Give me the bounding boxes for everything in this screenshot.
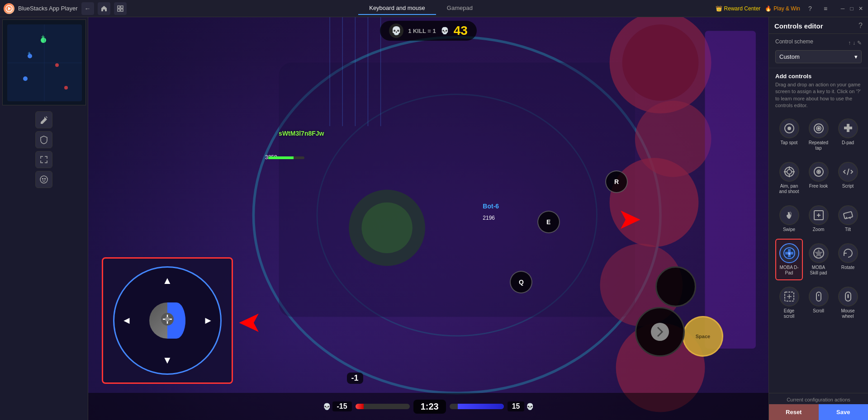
moba-dpad-overlay[interactable]: ▲ ▼ ◄ ► <box>102 257 233 384</box>
game-area[interactable]: 💀 1 KILL = 1 💀 43 sWtM3l7n8FJw 3250 Bot-… <box>88 17 768 420</box>
key-e-button[interactable]: E <box>537 211 560 233</box>
negative-score: -1 <box>347 373 363 384</box>
chevron-down-icon: ▾ <box>854 53 858 60</box>
kill-text: 1 KILL = 1 <box>408 28 436 34</box>
swipe-icon <box>779 205 799 225</box>
dpad-right-arrow[interactable]: ► <box>203 315 213 326</box>
tab-gamepad[interactable]: Gamepad <box>436 2 484 15</box>
dpad-circle[interactable]: ▲ ▼ ◄ ► <box>113 266 222 375</box>
shield-icon-button[interactable] <box>35 131 52 148</box>
large-btn-1[interactable] <box>635 307 685 357</box>
editor-title: Controls editor <box>774 22 823 30</box>
control-moba-skill-pad[interactable]: MOBA Skill pad <box>805 239 832 280</box>
control-moba-dpad[interactable]: 5 MOBA D-Pad <box>775 239 803 280</box>
aim-pan-shoot-icon <box>779 162 799 182</box>
control-scheme-dropdown[interactable]: Custom ▾ <box>775 50 862 63</box>
repeated-tap-icon <box>809 118 829 138</box>
sword-icon-button[interactable] <box>35 111 52 128</box>
control-swipe[interactable]: Swipe <box>775 201 803 237</box>
skull-icon: 💀 <box>389 24 403 38</box>
download-icon[interactable]: ↓ <box>853 40 855 46</box>
game-timer: 1:23 <box>413 400 446 414</box>
moba-dpad-icon: 5 <box>779 243 799 263</box>
player-health-container: 3250 <box>265 154 277 161</box>
edit-icon[interactable]: ✎ <box>857 40 862 46</box>
swipe-label: Swipe <box>783 227 795 232</box>
control-script[interactable]: Script <box>834 157 862 199</box>
svg-point-18 <box>43 179 43 179</box>
svg-rect-2 <box>118 6 120 8</box>
red-arrow-left: ➤ <box>237 305 262 339</box>
home-button[interactable] <box>98 2 110 15</box>
title-bar: BlueStacks App Player ← Keyboard and mou… <box>0 0 868 17</box>
svg-point-17 <box>40 176 47 183</box>
editor-footer: Current configuration actions Reset Save <box>769 393 868 420</box>
help-icon[interactable]: ? <box>805 3 816 14</box>
svg-text:+: + <box>41 33 45 40</box>
svg-rect-64 <box>816 292 821 301</box>
dpad-up-arrow[interactable]: ▲ <box>162 275 172 287</box>
reward-center-button[interactable]: 👑 Reward Center <box>716 5 761 12</box>
free-look-label: Free look <box>809 184 828 189</box>
play-win-button[interactable]: 🔥 Play & Win <box>765 5 800 12</box>
restore-button[interactable]: □ <box>848 5 855 12</box>
controls-grid: Tap spot Repeated tap D-pad <box>775 114 862 324</box>
rotate-label: Rotate <box>841 265 854 270</box>
svg-point-19 <box>45 179 46 179</box>
control-tilt[interactable]: Tilt <box>834 201 862 237</box>
control-mouse-wheel[interactable]: Mouse wheel <box>834 282 862 324</box>
reset-button[interactable]: Reset <box>769 404 819 420</box>
dpad-down-arrow[interactable]: ▼ <box>162 354 172 366</box>
dpad-center-icon <box>159 311 175 330</box>
mouse-wheel-label: Mouse wheel <box>837 308 859 319</box>
back-button[interactable]: ← <box>81 2 94 15</box>
svg-rect-58 <box>843 211 852 218</box>
face-icon-button[interactable] <box>35 171 52 188</box>
control-edge-scroll[interactable]: Edge scroll <box>775 282 803 324</box>
control-tap-spot[interactable]: Tap spot <box>775 114 803 156</box>
key-r-button[interactable]: R <box>605 170 628 193</box>
control-repeated-tap[interactable]: Repeated tap <box>805 114 832 156</box>
dpad-left-arrow[interactable]: ◄ <box>122 315 132 326</box>
svg-rect-4 <box>118 9 120 11</box>
controls-editor: Controls editor ? Control scheme ↑ ↓ ✎ C… <box>768 17 868 420</box>
control-rotate[interactable]: Rotate <box>834 239 862 280</box>
svg-rect-24 <box>279 62 635 316</box>
svg-point-41 <box>165 317 170 321</box>
save-button[interactable]: Save <box>819 404 868 420</box>
dpad-center[interactable] <box>149 302 185 339</box>
window-controls: ─ □ ✕ <box>839 5 864 12</box>
control-free-look[interactable]: Free look <box>805 157 832 199</box>
control-scheme-section: Control scheme ↑ ↓ ✎ Custom ▾ <box>769 34 868 68</box>
close-button[interactable]: ✕ <box>857 5 864 12</box>
scroll-label: Scroll <box>813 308 824 314</box>
space-button[interactable]: Space <box>683 316 723 357</box>
control-scroll[interactable]: Scroll <box>805 282 832 324</box>
svg-point-12 <box>64 86 68 90</box>
svg-point-55 <box>818 171 819 172</box>
tabs-button[interactable] <box>114 2 127 15</box>
script-label: Script <box>842 184 854 189</box>
minimize-button[interactable]: ─ <box>839 5 846 12</box>
moba-skill-pad-icon <box>809 243 829 263</box>
title-bar-left: BlueStacks App Player ← <box>4 2 127 15</box>
hud-bottom: 💀 -15 1:23 15 💀 <box>88 393 768 420</box>
control-aim-pan-shoot[interactable]: Aim, pan and shoot <box>775 157 803 199</box>
control-d-pad[interactable]: D-pad <box>834 114 862 156</box>
editor-help-icon[interactable]: ? <box>859 22 863 30</box>
tab-keyboard-mouse[interactable]: Keyboard and mouse <box>358 2 436 15</box>
menu-icon[interactable]: ≡ <box>820 3 831 14</box>
footer-buttons: Reset Save <box>769 404 868 420</box>
red-arrow-right: ➤ <box>617 202 642 236</box>
upload-icon[interactable]: ↑ <box>848 40 851 46</box>
control-zoom[interactable]: Zoom <box>805 201 832 237</box>
edge-scroll-label: Edge scroll <box>778 308 800 319</box>
scheme-title: Control scheme <box>775 38 813 45</box>
svg-point-11 <box>55 63 59 67</box>
skull-counter: 💀 1 KILL = 1 💀 43 <box>380 21 477 41</box>
config-actions-title: Current configuration actions <box>769 393 868 404</box>
expand-icon-button[interactable] <box>35 151 52 168</box>
flame-icon: 🔥 <box>765 5 772 12</box>
large-btn-2[interactable] <box>655 266 696 307</box>
player-name: sWtM3l7n8FJw <box>279 130 324 137</box>
